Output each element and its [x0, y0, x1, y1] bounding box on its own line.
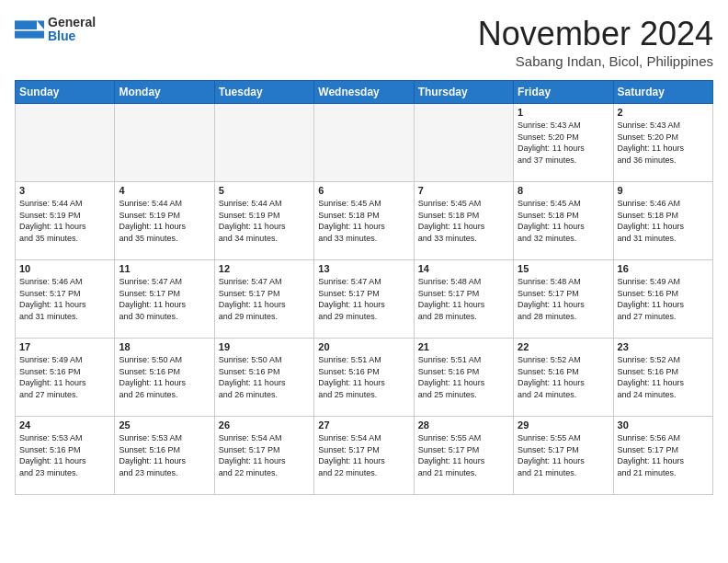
page-header: General Blue November 2024 Sabang Indan,… [15, 15, 713, 69]
day-number: 19 [219, 341, 310, 352]
calendar-day-cell: 14Sunrise: 5:48 AM Sunset: 5:17 PM Dayli… [414, 260, 513, 339]
calendar-day-cell: 2Sunrise: 5:43 AM Sunset: 5:20 PM Daylig… [613, 104, 712, 182]
location-subtitle: Sabang Indan, Bicol, Philippines [478, 53, 713, 69]
day-info: Sunrise: 5:44 AM Sunset: 5:19 PM Dayligh… [119, 198, 210, 244]
calendar-week-row: 1Sunrise: 5:43 AM Sunset: 5:20 PM Daylig… [16, 104, 713, 182]
day-number: 28 [418, 419, 509, 431]
day-number: 26 [219, 419, 310, 431]
day-number: 21 [418, 341, 509, 352]
calendar-day-cell: 4Sunrise: 5:44 AM Sunset: 5:19 PM Daylig… [115, 182, 214, 260]
day-number: 15 [518, 263, 609, 274]
day-number: 16 [618, 263, 709, 274]
day-info: Sunrise: 5:51 AM Sunset: 5:16 PM Dayligh… [318, 354, 409, 400]
calendar-day-cell: 13Sunrise: 5:47 AM Sunset: 5:17 PM Dayli… [314, 260, 414, 339]
day-info: Sunrise: 5:45 AM Sunset: 5:18 PM Dayligh… [318, 198, 409, 244]
day-info: Sunrise: 5:46 AM Sunset: 5:18 PM Dayligh… [618, 198, 709, 244]
calendar-day-cell: 16Sunrise: 5:49 AM Sunset: 5:16 PM Dayli… [613, 260, 712, 339]
day-info: Sunrise: 5:47 AM Sunset: 5:17 PM Dayligh… [119, 276, 210, 322]
day-number: 14 [418, 263, 509, 274]
calendar-week-row: 3Sunrise: 5:44 AM Sunset: 5:19 PM Daylig… [16, 182, 713, 260]
day-info: Sunrise: 5:43 AM Sunset: 5:20 PM Dayligh… [618, 120, 709, 166]
day-info: Sunrise: 5:50 AM Sunset: 5:16 PM Dayligh… [119, 354, 210, 400]
calendar-day-cell: 26Sunrise: 5:54 AM Sunset: 5:17 PM Dayli… [214, 417, 313, 495]
day-number: 1 [518, 107, 609, 118]
calendar-day-cell [314, 104, 414, 182]
calendar-day-cell: 17Sunrise: 5:49 AM Sunset: 5:16 PM Dayli… [16, 339, 115, 417]
day-number: 18 [119, 341, 210, 352]
day-number: 22 [518, 341, 609, 352]
day-number: 27 [318, 419, 409, 431]
day-info: Sunrise: 5:52 AM Sunset: 5:16 PM Dayligh… [618, 354, 709, 400]
calendar-day-cell: 19Sunrise: 5:50 AM Sunset: 5:16 PM Dayli… [214, 339, 313, 417]
calendar-day-cell: 18Sunrise: 5:50 AM Sunset: 5:16 PM Dayli… [115, 339, 214, 417]
day-info: Sunrise: 5:55 AM Sunset: 5:17 PM Dayligh… [418, 432, 509, 478]
logo-icon [15, 15, 44, 44]
day-info: Sunrise: 5:44 AM Sunset: 5:19 PM Dayligh… [19, 198, 110, 244]
day-number: 10 [19, 263, 110, 274]
logo: General Blue [15, 15, 96, 44]
weekday-header: Sunday [16, 81, 115, 104]
calendar-day-cell: 7Sunrise: 5:45 AM Sunset: 5:18 PM Daylig… [414, 182, 513, 260]
calendar-day-cell [414, 104, 513, 182]
day-info: Sunrise: 5:53 AM Sunset: 5:16 PM Dayligh… [119, 432, 210, 478]
calendar-day-cell: 27Sunrise: 5:54 AM Sunset: 5:17 PM Dayli… [314, 417, 414, 495]
day-number: 8 [518, 185, 609, 196]
day-info: Sunrise: 5:47 AM Sunset: 5:17 PM Dayligh… [318, 276, 409, 322]
calendar-body: 1Sunrise: 5:43 AM Sunset: 5:20 PM Daylig… [16, 104, 713, 495]
day-number: 17 [19, 341, 110, 352]
day-info: Sunrise: 5:49 AM Sunset: 5:16 PM Dayligh… [19, 354, 110, 400]
calendar-day-cell: 22Sunrise: 5:52 AM Sunset: 5:16 PM Dayli… [514, 339, 613, 417]
day-info: Sunrise: 5:51 AM Sunset: 5:16 PM Dayligh… [418, 354, 509, 400]
weekday-header: Tuesday [214, 81, 313, 104]
day-number: 12 [219, 263, 310, 274]
calendar-day-cell: 21Sunrise: 5:51 AM Sunset: 5:16 PM Dayli… [414, 339, 513, 417]
calendar-day-cell: 24Sunrise: 5:53 AM Sunset: 5:16 PM Dayli… [16, 417, 115, 495]
day-info: Sunrise: 5:47 AM Sunset: 5:17 PM Dayligh… [219, 276, 310, 322]
calendar-day-cell: 11Sunrise: 5:47 AM Sunset: 5:17 PM Dayli… [115, 260, 214, 339]
weekday-header: Thursday [414, 81, 513, 104]
calendar-day-cell: 30Sunrise: 5:56 AM Sunset: 5:17 PM Dayli… [613, 417, 712, 495]
day-number: 24 [19, 419, 110, 431]
day-number: 20 [318, 341, 409, 352]
weekday-header: Friday [514, 81, 613, 104]
calendar-day-cell [115, 104, 214, 182]
day-info: Sunrise: 5:55 AM Sunset: 5:17 PM Dayligh… [518, 432, 609, 478]
svg-rect-2 [15, 20, 37, 29]
day-info: Sunrise: 5:49 AM Sunset: 5:16 PM Dayligh… [618, 276, 709, 322]
logo-text: General Blue [48, 16, 96, 44]
weekday-header: Wednesday [314, 81, 414, 104]
day-info: Sunrise: 5:52 AM Sunset: 5:16 PM Dayligh… [518, 354, 609, 400]
day-info: Sunrise: 5:44 AM Sunset: 5:19 PM Dayligh… [219, 198, 310, 244]
day-info: Sunrise: 5:45 AM Sunset: 5:18 PM Dayligh… [518, 198, 609, 244]
day-number: 30 [618, 419, 709, 431]
calendar-table: SundayMondayTuesdayWednesdayThursdayFrid… [15, 80, 713, 495]
day-number: 9 [618, 185, 709, 196]
day-info: Sunrise: 5:53 AM Sunset: 5:16 PM Dayligh… [19, 432, 110, 478]
calendar-day-cell: 15Sunrise: 5:48 AM Sunset: 5:17 PM Dayli… [514, 260, 613, 339]
calendar-day-cell: 1Sunrise: 5:43 AM Sunset: 5:20 PM Daylig… [514, 104, 613, 182]
day-number: 29 [518, 419, 609, 431]
day-info: Sunrise: 5:46 AM Sunset: 5:17 PM Dayligh… [19, 276, 110, 322]
calendar-header: SundayMondayTuesdayWednesdayThursdayFrid… [16, 81, 713, 104]
calendar-day-cell: 12Sunrise: 5:47 AM Sunset: 5:17 PM Dayli… [214, 260, 313, 339]
svg-rect-3 [15, 31, 44, 39]
day-number: 3 [19, 185, 110, 196]
logo-general: General [48, 16, 96, 29]
calendar-day-cell: 29Sunrise: 5:55 AM Sunset: 5:17 PM Dayli… [514, 417, 613, 495]
calendar-week-row: 10Sunrise: 5:46 AM Sunset: 5:17 PM Dayli… [16, 260, 713, 339]
calendar-day-cell: 5Sunrise: 5:44 AM Sunset: 5:19 PM Daylig… [214, 182, 313, 260]
calendar-day-cell: 9Sunrise: 5:46 AM Sunset: 5:18 PM Daylig… [613, 182, 712, 260]
day-number: 7 [418, 185, 509, 196]
day-info: Sunrise: 5:45 AM Sunset: 5:18 PM Dayligh… [418, 198, 509, 244]
calendar-day-cell: 8Sunrise: 5:45 AM Sunset: 5:18 PM Daylig… [514, 182, 613, 260]
calendar-day-cell [16, 104, 115, 182]
day-info: Sunrise: 5:48 AM Sunset: 5:17 PM Dayligh… [518, 276, 609, 322]
calendar-day-cell: 6Sunrise: 5:45 AM Sunset: 5:18 PM Daylig… [314, 182, 414, 260]
day-info: Sunrise: 5:43 AM Sunset: 5:20 PM Dayligh… [518, 120, 609, 166]
day-number: 2 [618, 107, 709, 118]
day-number: 4 [119, 185, 210, 196]
day-info: Sunrise: 5:50 AM Sunset: 5:16 PM Dayligh… [219, 354, 310, 400]
calendar-day-cell: 25Sunrise: 5:53 AM Sunset: 5:16 PM Dayli… [115, 417, 214, 495]
day-number: 23 [618, 341, 709, 352]
day-number: 11 [119, 263, 210, 274]
